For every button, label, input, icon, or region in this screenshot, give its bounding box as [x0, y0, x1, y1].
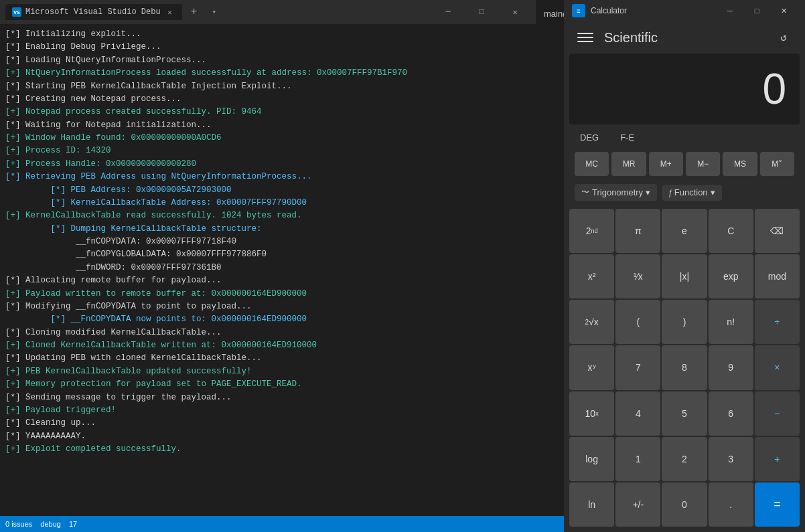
- calc-display: 0: [569, 54, 800, 124]
- func-chevron-icon: ▾: [711, 187, 715, 197]
- terminal-content: [*] Initializing exploit...[*] Enabling …: [0, 24, 536, 532]
- terminal-line: [*] Cloning modified KernelCallbackTable…: [5, 327, 530, 339]
- calc-btn--[interactable]: −: [755, 391, 800, 436]
- calc-btn-c[interactable]: C: [709, 209, 753, 253]
- mr-button[interactable]: MR: [611, 152, 646, 176]
- terminal-line: [*] Modifying __fnCOPYDATA to point to p…: [5, 300, 530, 313]
- calc-btn-2nd[interactable]: 2nd: [569, 209, 614, 253]
- calc-btn-3[interactable]: 3: [709, 437, 753, 481]
- calc-btn---x[interactable]: ¹⁄x: [615, 254, 660, 298]
- tab-close-button[interactable]: ✕: [165, 7, 175, 17]
- calc-btn-1[interactable]: 1: [615, 437, 660, 481]
- calc-btn--[interactable]: .: [709, 482, 753, 527]
- terminal-line: [*] KernelCallbackTable Address: 0x00007…: [5, 197, 530, 209]
- func-label: Function: [674, 187, 708, 197]
- calc-btn--[interactable]: ): [662, 300, 707, 344]
- function-button[interactable]: f Function ▾: [662, 185, 722, 201]
- trig-chevron-icon: ▾: [646, 187, 650, 197]
- debug-label: debug: [40, 520, 61, 528]
- calc-minimize-button[interactable]: ─: [717, 0, 743, 21]
- calc-btn-ln[interactable]: ln: [569, 482, 614, 527]
- fe-button[interactable]: F-E: [615, 130, 640, 145]
- calc-btn--[interactable]: ⌫: [755, 209, 800, 253]
- mv-button[interactable]: M˅: [760, 152, 794, 176]
- mc-button[interactable]: MC: [575, 152, 609, 176]
- calc-btn-x-[interactable]: xʸ: [569, 345, 614, 389]
- calc-close-button[interactable]: ✕: [770, 0, 797, 21]
- calc-maximize-button[interactable]: □: [743, 0, 770, 21]
- terminal-line: __fnDWORD: 0x00007FFF977361B0: [5, 262, 530, 274]
- calc-mode-row: DEG F-E: [564, 124, 805, 151]
- calc-header: Scientific ↺: [564, 21, 805, 54]
- calc-btn--x-[interactable]: |x|: [662, 254, 707, 298]
- calc-btn--x[interactable]: 2√x: [569, 300, 614, 344]
- terminal-line: [+] Window Handle found: 0x00000000000A0…: [5, 132, 530, 145]
- terminal-line: [+] Payload triggered!: [5, 404, 530, 417]
- tab-chevron-button[interactable]: ▾: [206, 4, 222, 20]
- calc-btn-exp[interactable]: exp: [709, 254, 753, 298]
- issues-count: 0 issues: [5, 520, 32, 528]
- close-button[interactable]: ✕: [500, 1, 530, 23]
- calc-btn-e[interactable]: e: [662, 209, 707, 253]
- func-f-icon: f: [669, 187, 672, 198]
- trig-wave-icon: 〜: [581, 187, 589, 198]
- ms-button[interactable]: MS: [723, 152, 757, 176]
- calc-func-row: 〜 Trigonometry ▾ f Function ▾: [564, 181, 805, 206]
- calc-btn-2[interactable]: 2: [662, 437, 707, 481]
- terminal-line: [*] Enabling Debug Privilege...: [5, 41, 530, 54]
- calc-btn-0[interactable]: 0: [662, 482, 707, 527]
- calc-btn-7[interactable]: 7: [615, 345, 660, 389]
- calc-btn--[interactable]: +: [755, 437, 800, 481]
- terminal-line: [+] Process ID: 14320: [5, 145, 530, 157]
- main-titlebar: main(): [536, 0, 564, 27]
- calc-btn--[interactable]: ×: [755, 345, 800, 389]
- calc-btn----[interactable]: +/-: [615, 482, 660, 527]
- mminus-button[interactable]: M−: [686, 152, 720, 176]
- terminal-tab-label: Microsoft Visual Studio Debu: [25, 7, 161, 17]
- terminal-line: [*] Cleaning up...: [5, 417, 530, 430]
- calc-btn--[interactable]: ÷: [755, 300, 800, 344]
- terminal-line: [+] Memory protection for payload set to…: [5, 378, 530, 391]
- terminal-line: [*] YAAAAAAAAAY.: [5, 430, 530, 443]
- calc-history-button[interactable]: ↺: [773, 27, 794, 48]
- calc-mode-title: Scientific: [604, 30, 765, 46]
- minimize-button[interactable]: ─: [433, 1, 463, 23]
- calc-btn-log[interactable]: log: [569, 437, 614, 481]
- terminal-tab[interactable]: VS Microsoft Visual Studio Debu ✕: [5, 4, 182, 20]
- calc-btn-n-[interactable]: n!: [709, 300, 753, 344]
- calc-btn-mod[interactable]: mod: [755, 254, 800, 298]
- terminal-titlebar: VS Microsoft Visual Studio Debu ✕ + ▾ ─ …: [0, 0, 536, 24]
- deg-button[interactable]: DEG: [575, 130, 604, 145]
- calc-btn-x-[interactable]: x²: [569, 254, 614, 298]
- terminal-line: [+] Cloned KernelCallbackTable written a…: [5, 339, 530, 352]
- mplus-button[interactable]: M+: [649, 152, 683, 176]
- menu-line-2: [577, 37, 593, 38]
- trigonometry-button[interactable]: 〜 Trigonometry ▾: [575, 184, 657, 201]
- tab-add-button[interactable]: +: [186, 4, 202, 20]
- line-info: 17: [69, 520, 77, 528]
- maximize-button[interactable]: □: [466, 1, 497, 23]
- status-bar: 0 issues debug 17: [0, 516, 564, 532]
- terminal-line: [*] Creating new Notepad process...: [5, 93, 530, 106]
- calc-btn-9[interactable]: 9: [709, 345, 753, 389]
- hamburger-menu-button[interactable]: [575, 27, 596, 48]
- calc-btn--[interactable]: π: [615, 209, 660, 253]
- calc-btn--[interactable]: =: [755, 482, 800, 527]
- menu-line-1: [577, 33, 593, 34]
- calc-title-label: Calculator: [591, 6, 717, 15]
- calc-btn-6[interactable]: 6: [709, 391, 753, 436]
- terminal-line: [*] PEB Address: 0x00000005A72903000: [5, 184, 530, 197]
- calc-btn-10x[interactable]: 10x: [569, 391, 614, 436]
- terminal-line: [*] Dumping KernelCallbackTable structur…: [5, 223, 530, 236]
- terminal-line: [*] Waiting for Notepad initialization..…: [5, 119, 530, 132]
- calc-btn-4[interactable]: 4: [615, 391, 660, 436]
- calc-btn--[interactable]: (: [615, 300, 660, 344]
- terminal-window: VS Microsoft Visual Studio Debu ✕ + ▾ ─ …: [0, 0, 536, 532]
- memory-row: MC MR M+ M− MS M˅: [564, 151, 805, 181]
- terminal-line: [*] Loading NtQueryInformationProcess...: [5, 54, 530, 67]
- window-controls: ─ □ ✕: [433, 1, 530, 23]
- terminal-line: [+] Notepad process created successfully…: [5, 106, 530, 118]
- calc-btn-5[interactable]: 5: [662, 391, 707, 436]
- terminal-line: [+] Process Handle: 0x0000000000000280: [5, 158, 530, 171]
- calc-btn-8[interactable]: 8: [662, 345, 707, 389]
